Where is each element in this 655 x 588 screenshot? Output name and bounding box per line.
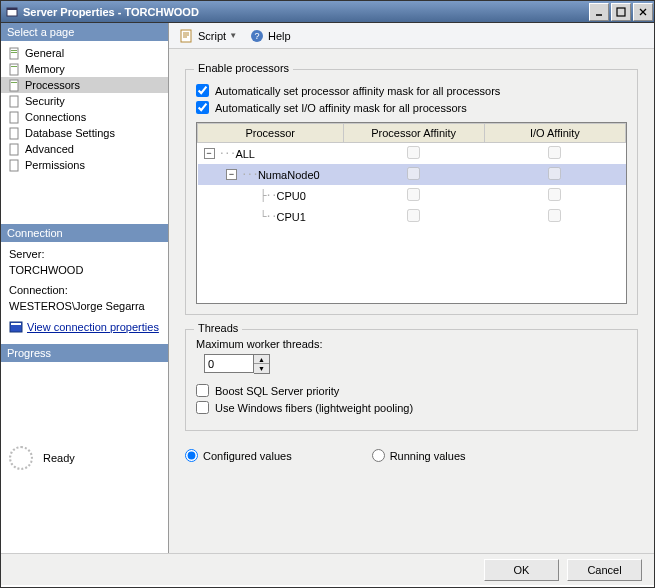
auto-io-affinity-label: Automatically set I/O affinity mask for … bbox=[215, 102, 467, 114]
col-processor[interactable]: Processor bbox=[198, 124, 344, 143]
svg-rect-9 bbox=[10, 64, 18, 75]
windows-fibers-label: Use Windows fibers (lightweight pooling) bbox=[215, 402, 413, 414]
svg-rect-6 bbox=[10, 48, 18, 59]
sidebar-item-permissions[interactable]: Permissions bbox=[1, 157, 168, 173]
values-radio-group: Configured values Running values bbox=[185, 449, 638, 462]
page-icon bbox=[7, 46, 21, 60]
svg-text:?: ? bbox=[255, 31, 260, 41]
page-icon bbox=[7, 142, 21, 156]
script-icon bbox=[179, 28, 195, 44]
svg-rect-19 bbox=[11, 323, 21, 325]
svg-rect-13 bbox=[10, 96, 18, 107]
connection-value: WESTEROS\Jorge Segarra bbox=[9, 300, 160, 312]
svg-rect-10 bbox=[11, 66, 17, 67]
title-bar: Server Properties - TORCHWOOD bbox=[1, 1, 654, 23]
expander-icon[interactable]: − bbox=[226, 169, 237, 180]
max-worker-threads-spinner[interactable]: ▲ ▼ bbox=[204, 354, 270, 374]
svg-rect-3 bbox=[617, 8, 625, 16]
table-row-cpu1[interactable]: └··CPU1 bbox=[198, 206, 626, 227]
select-page-header: Select a page bbox=[1, 23, 168, 41]
close-button[interactable] bbox=[633, 3, 653, 21]
boost-priority-label: Boost SQL Server priority bbox=[215, 385, 339, 397]
page-icon bbox=[7, 158, 21, 172]
table-row-cpu0[interactable]: ├··CPU0 bbox=[198, 185, 626, 206]
help-button[interactable]: ? Help bbox=[245, 26, 295, 46]
configured-values-text: Configured values bbox=[203, 450, 292, 462]
threads-legend: Threads bbox=[194, 322, 242, 334]
col-io-affinity[interactable]: I/O Affinity bbox=[484, 124, 625, 143]
view-connection-properties-link[interactable]: View connection properties bbox=[27, 321, 159, 333]
auto-processor-affinity-checkbox[interactable] bbox=[196, 84, 209, 97]
svg-rect-15 bbox=[10, 128, 18, 139]
app-icon bbox=[5, 5, 19, 19]
svg-rect-11 bbox=[10, 80, 18, 91]
threads-group: Threads Maximum worker threads: ▲ ▼ Boos… bbox=[185, 329, 638, 431]
enable-processors-group: Enable processors Automatically set proc… bbox=[185, 69, 638, 315]
running-values-radio[interactable] bbox=[372, 449, 385, 462]
ok-button[interactable]: OK bbox=[484, 559, 559, 581]
cpu0-processor-affinity-checkbox[interactable] bbox=[407, 188, 420, 201]
script-button[interactable]: Script ▼ bbox=[175, 26, 241, 46]
page-icon bbox=[7, 62, 21, 76]
svg-rect-20 bbox=[181, 30, 191, 42]
cpu0-io-affinity-checkbox[interactable] bbox=[548, 188, 561, 201]
server-value: TORCHWOOD bbox=[9, 264, 160, 276]
sidebar-item-database-settings[interactable]: Database Settings bbox=[1, 125, 168, 141]
sidebar-item-memory[interactable]: Memory bbox=[1, 61, 168, 77]
running-values-text: Running values bbox=[390, 450, 466, 462]
sidebar-item-label: Processors bbox=[25, 79, 80, 91]
sidebar-item-advanced[interactable]: Advanced bbox=[1, 141, 168, 157]
sidebar-item-label: Permissions bbox=[25, 159, 85, 171]
spin-up-icon[interactable]: ▲ bbox=[254, 355, 269, 364]
row-label: ALL bbox=[235, 148, 255, 160]
cancel-button[interactable]: Cancel bbox=[567, 559, 642, 581]
max-worker-threads-label: Maximum worker threads: bbox=[196, 338, 627, 350]
progress-text: Ready bbox=[43, 452, 75, 464]
auto-processor-affinity-label: Automatically set processor affinity mas… bbox=[215, 85, 500, 97]
sidebar-item-label: Memory bbox=[25, 63, 65, 75]
page-icon bbox=[7, 126, 21, 140]
all-io-affinity-checkbox[interactable] bbox=[548, 146, 561, 159]
sidebar-item-security[interactable]: Security bbox=[1, 93, 168, 109]
col-processor-affinity[interactable]: Processor Affinity bbox=[343, 124, 484, 143]
row-label: CPU0 bbox=[277, 190, 306, 202]
expander-icon[interactable]: − bbox=[204, 148, 215, 159]
auto-io-affinity-checkbox[interactable] bbox=[196, 101, 209, 114]
table-row-all[interactable]: −···ALL bbox=[198, 143, 626, 165]
sidebar-item-connections[interactable]: Connections bbox=[1, 109, 168, 125]
affinity-table: Processor Processor Affinity I/O Affinit… bbox=[197, 123, 626, 227]
boost-priority-checkbox[interactable] bbox=[196, 384, 209, 397]
page-icon bbox=[7, 94, 21, 108]
cpu1-io-affinity-checkbox[interactable] bbox=[548, 209, 561, 222]
svg-rect-7 bbox=[11, 50, 17, 51]
spin-down-icon[interactable]: ▼ bbox=[254, 364, 269, 373]
svg-rect-14 bbox=[10, 112, 18, 123]
table-row-numanode0[interactable]: −···NumaNode0 bbox=[198, 164, 626, 185]
dialog-footer: OK Cancel bbox=[1, 553, 654, 585]
sidebar-item-label: Advanced bbox=[25, 143, 74, 155]
minimize-button[interactable] bbox=[589, 3, 609, 21]
svg-rect-1 bbox=[7, 8, 17, 10]
page-icon bbox=[7, 110, 21, 124]
help-icon: ? bbox=[249, 28, 265, 44]
sidebar-item-label: Database Settings bbox=[25, 127, 115, 139]
sidebar-item-processors[interactable]: Processors bbox=[1, 77, 168, 93]
max-worker-threads-input[interactable] bbox=[204, 354, 254, 373]
running-values-radio-label[interactable]: Running values bbox=[372, 449, 466, 462]
numa0-io-affinity-checkbox[interactable] bbox=[548, 167, 561, 180]
maximize-button[interactable] bbox=[611, 3, 631, 21]
sidebar-item-general[interactable]: General bbox=[1, 45, 168, 61]
numa0-processor-affinity-checkbox[interactable] bbox=[407, 167, 420, 180]
svg-rect-16 bbox=[10, 144, 18, 155]
all-processor-affinity-checkbox[interactable] bbox=[407, 146, 420, 159]
affinity-table-wrap: Processor Processor Affinity I/O Affinit… bbox=[196, 122, 627, 304]
window-title: Server Properties - TORCHWOOD bbox=[23, 6, 199, 18]
sidebar: Select a page General Memory Processors … bbox=[1, 23, 168, 553]
row-label: CPU1 bbox=[277, 211, 306, 223]
configured-values-radio-label[interactable]: Configured values bbox=[185, 449, 292, 462]
row-label: NumaNode0 bbox=[258, 169, 320, 181]
cpu1-processor-affinity-checkbox[interactable] bbox=[407, 209, 420, 222]
windows-fibers-checkbox[interactable] bbox=[196, 401, 209, 414]
progress-spinner-icon bbox=[9, 446, 33, 470]
configured-values-radio[interactable] bbox=[185, 449, 198, 462]
